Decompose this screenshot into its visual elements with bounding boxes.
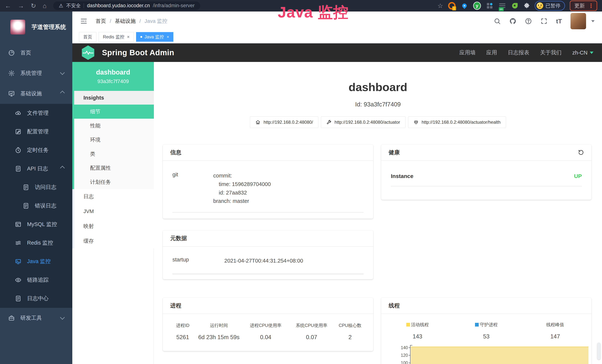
scrollbar-thumb[interactable] <box>597 343 601 360</box>
endpoint-link-heart[interactable]: http://192.168.0.2:48080/actuator/health <box>408 117 506 128</box>
sidebar-item-java[interactable]: Java 监控 <box>0 252 72 271</box>
threads-legend: 活动线程143守护进程53线程峰值147 <box>381 314 591 340</box>
extension-y-icon[interactable]: y <box>473 2 481 10</box>
avatar[interactable] <box>570 13 586 29</box>
avatar-caret-icon[interactable] <box>591 20 595 22</box>
tab-close-icon[interactable]: × <box>166 34 169 40</box>
thread-legend-col: 线程峰值147 <box>521 322 590 340</box>
extension-tabs-on-icon[interactable]: on <box>498 2 506 10</box>
sidebar-item-label: 首页 <box>20 49 31 57</box>
breadcrumb-item[interactable]: 首页 <box>96 18 106 25</box>
briefcase-icon <box>8 315 15 321</box>
sba-nav-link[interactable]: 关于我们 <box>540 49 562 56</box>
search-icon[interactable] <box>494 18 501 25</box>
sidebar-item-briefcase[interactable]: 研发工具 <box>0 308 72 328</box>
app-title: 芋道管理系统 <box>32 23 66 31</box>
sba-menu-item[interactable]: 环境 <box>74 133 154 147</box>
locale-caret-icon <box>590 52 593 54</box>
process-col: 运行时间6d 23h 15m 59s <box>195 322 243 341</box>
sba-sidebar: dashboard 93a3fc7f7409 Insights 细节性能环境类配… <box>72 62 154 364</box>
sba-menu-item[interactable]: 计划任务 <box>74 175 154 189</box>
thread-legend-value: 147 <box>521 333 590 340</box>
sba-menu-root-item[interactable]: JVM <box>74 204 154 219</box>
y-axis-tick <box>409 347 410 348</box>
browser-home-icon[interactable]: ⌂ <box>43 3 47 9</box>
sidebar-item-log[interactable]: API 日志 <box>0 160 72 178</box>
extensions-puzzle-icon[interactable] <box>524 3 530 9</box>
breadcrumb-item[interactable]: 基础设施 <box>115 18 136 25</box>
sba-menu-item[interactable]: 性能 <box>74 119 154 133</box>
process-col-header: CPU核心数 <box>334 322 366 328</box>
y-axis <box>410 345 410 364</box>
browser-update-button[interactable]: 更新 ⋮ <box>570 0 597 11</box>
sba-menu-item[interactable]: 类 <box>74 147 154 161</box>
sidebar-item-layers[interactable]: Redis 监控 <box>0 234 72 252</box>
update-label: 更新 <box>574 2 585 9</box>
process-card-header: 进程 <box>163 298 373 314</box>
metadata-value: 2021-04-27T00:44:31.254+08:00 <box>224 257 303 265</box>
endpoint-buttons: http://192.168.0.2:48080/http://192.168.… <box>154 117 602 128</box>
info-card-header: 信息 <box>163 144 373 161</box>
sba-menu-root-item[interactable]: 缓存 <box>74 234 154 248</box>
sidebar-item-db[interactable]: MySQL 监控 <box>0 215 72 234</box>
sba-locale-select[interactable]: zh-CN <box>572 50 593 56</box>
profile-paused-pill[interactable]: 已暂停 <box>535 1 565 11</box>
extension-grid-icon[interactable] <box>486 2 494 10</box>
hamburger-icon[interactable] <box>80 18 88 25</box>
sba-nav-link[interactable]: 日志报表 <box>508 49 529 56</box>
info-line: commit: <box>213 171 271 180</box>
thread-legend-value: 143 <box>383 333 452 340</box>
sba-nav-link[interactable]: 应用 <box>486 49 497 56</box>
tab-close-icon[interactable]: × <box>127 34 129 40</box>
app-logo-row[interactable]: 芋道管理系统 <box>0 11 72 43</box>
endpoint-link-wrench[interactable]: http://192.168.0.2:48080/actuator <box>321 117 406 128</box>
bookmark-star-icon[interactable]: ☆ <box>438 3 443 9</box>
sba-menu-item[interactable]: 细节 <box>74 105 154 119</box>
health-row[interactable]: Instance UP <box>381 161 591 179</box>
reload-icon[interactable]: ↻ <box>31 3 36 9</box>
sba-nav-link[interactable]: 应用墙 <box>459 49 475 56</box>
extension-badge: 1 <box>452 6 456 10</box>
chevron-down-icon <box>60 70 65 75</box>
help-icon[interactable] <box>525 18 532 25</box>
sidebar-item-gear[interactable]: 系统管理 <box>0 63 72 84</box>
url-path: /infra/admin-server <box>153 3 195 9</box>
sidebar-item-dashboard[interactable]: 首页 <box>0 43 72 63</box>
sidebar-item-cloud[interactable]: 文件管理 <box>0 104 72 122</box>
sidebar-item-log[interactable]: 日志中心 <box>0 289 72 308</box>
thread-legend-label: 守护进程 <box>452 322 521 328</box>
info-line: time: 1596289704000 <box>213 180 271 189</box>
sidebar-item-label: Redis 监控 <box>27 239 53 247</box>
sba-menu-root-item[interactable]: 日志 <box>74 189 154 204</box>
font-size-icon[interactable]: tT <box>556 18 562 25</box>
sba-instance-header[interactable]: dashboard 93a3fc7f7409 <box>72 62 154 91</box>
tab-redis-监控[interactable]: Redis 监控× <box>99 32 134 42</box>
sidebar-item-timer[interactable]: 定时任务 <box>0 141 72 160</box>
sidebar-item-log[interactable]: 访问日志 <box>0 178 72 197</box>
history-icon[interactable] <box>578 149 584 156</box>
extension-pin-icon[interactable] <box>461 2 468 10</box>
tab-java-监控[interactable]: Java 监控× <box>136 32 173 42</box>
sidebar-item-log[interactable]: 错误日志 <box>0 197 72 215</box>
threads-chart: 140120100 <box>389 344 589 364</box>
extension-leaf-icon[interactable] <box>511 2 519 10</box>
security-label: 不安全 <box>66 2 81 9</box>
tab-label: Java 监控 <box>144 34 164 40</box>
extension-updater-icon[interactable]: 1 <box>448 2 456 10</box>
sidebar-item-label: Java 监控 <box>27 258 51 265</box>
address-bar[interactable]: ⚠ 不安全 dashboard.yudao.iocoder.cn /infra/… <box>53 1 200 10</box>
forward-icon[interactable]: → <box>18 3 24 9</box>
back-icon[interactable]: ← <box>5 3 11 9</box>
sba-menu-root-item[interactable]: 映射 <box>74 219 154 234</box>
sidebar-item-infra[interactable]: 基础设施 <box>0 84 72 104</box>
github-icon[interactable] <box>509 18 516 25</box>
locale-label: zh-CN <box>572 50 588 56</box>
endpoint-link-home[interactable]: http://192.168.0.2:48080/ <box>250 117 318 128</box>
sidebar-item-eye[interactable]: 链路追踪 <box>0 271 72 289</box>
sba-menu-item[interactable]: 配置属性 <box>74 161 154 175</box>
sidebar-item-edit[interactable]: 配置管理 <box>0 122 72 141</box>
fullscreen-icon[interactable] <box>540 18 548 25</box>
browser-menu-dots-icon[interactable]: ⋮ <box>588 3 594 9</box>
tab-首页[interactable]: 首页 <box>79 32 97 42</box>
y-axis-tick <box>409 363 410 363</box>
